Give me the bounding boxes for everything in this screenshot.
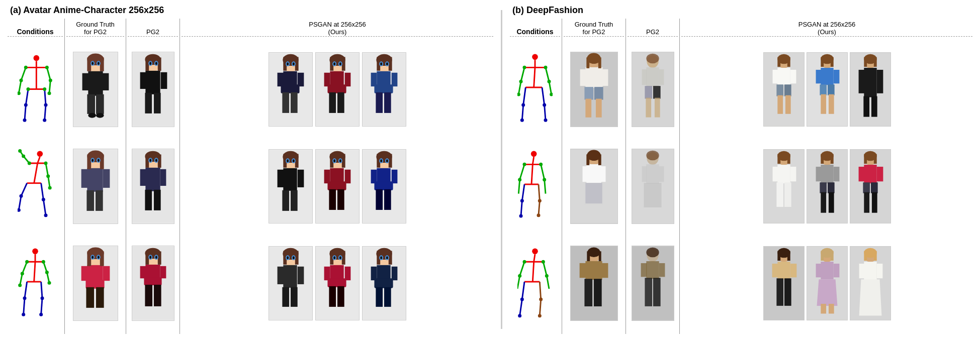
svg-point-43 xyxy=(48,186,52,190)
svg-rect-464 xyxy=(827,182,834,193)
svg-line-348 xyxy=(540,299,541,316)
svg-line-9 xyxy=(26,89,28,105)
svg-rect-488 xyxy=(784,279,791,306)
svg-point-331 xyxy=(543,178,546,182)
svg-line-321 xyxy=(541,165,545,180)
svg-point-231 xyxy=(333,159,335,162)
svg-rect-82 xyxy=(100,57,104,71)
svg-rect-462 xyxy=(833,167,839,181)
svg-line-325 xyxy=(521,201,522,216)
svg-point-62 xyxy=(42,260,45,264)
svg-rect-108 xyxy=(96,287,104,308)
svg-line-322 xyxy=(545,180,546,194)
svg-point-247 xyxy=(386,159,388,162)
svg-rect-110 xyxy=(87,252,91,266)
psgan-anime-1-2 xyxy=(315,52,360,127)
svg-rect-269 xyxy=(337,286,344,307)
svg-rect-391 xyxy=(646,67,659,87)
svg-rect-199 xyxy=(389,57,392,70)
svg-rect-91 xyxy=(103,169,110,188)
pg2-fashion-3 xyxy=(632,246,674,321)
svg-point-336 xyxy=(532,248,538,254)
svg-line-26 xyxy=(38,157,40,164)
pose-1-b xyxy=(517,50,553,128)
svg-point-307 xyxy=(519,80,523,83)
svg-line-50 xyxy=(34,262,35,282)
svg-rect-107 xyxy=(86,287,94,308)
svg-rect-451 xyxy=(772,167,778,181)
pg2-fashion-1 xyxy=(632,52,674,127)
svg-rect-268 xyxy=(329,286,336,307)
svg-point-202 xyxy=(380,62,382,65)
svg-rect-146 xyxy=(145,265,160,279)
svg-point-86 xyxy=(97,62,99,65)
svg-rect-371 xyxy=(586,164,601,184)
svg-rect-207 xyxy=(278,170,284,187)
svg-rect-176 xyxy=(330,71,343,85)
svg-rect-122 xyxy=(153,92,160,113)
svg-rect-404 xyxy=(644,183,661,207)
svg-rect-375 xyxy=(585,183,602,203)
svg-point-350 xyxy=(542,260,545,264)
svg-rect-151 xyxy=(153,285,161,306)
psgan-anime-3-3 xyxy=(362,246,406,320)
pose-1-a xyxy=(18,50,53,128)
svg-rect-481 xyxy=(873,154,876,164)
pg2-header-a: PG2 xyxy=(146,28,159,36)
svg-rect-385 xyxy=(594,279,602,307)
svg-point-187 xyxy=(333,62,335,65)
svg-rect-443 xyxy=(863,96,869,117)
svg-rect-105 xyxy=(81,266,88,281)
svg-rect-416 xyxy=(777,68,790,85)
svg-rect-282 xyxy=(392,267,398,280)
svg-line-340 xyxy=(520,262,524,276)
svg-rect-235 xyxy=(377,168,390,183)
svg-rect-403 xyxy=(659,166,664,182)
svg-rect-362 xyxy=(584,87,593,99)
svg-line-303 xyxy=(542,87,545,105)
svg-point-158 xyxy=(155,256,157,259)
panel-a-title: (a) Avatar Anime-Character 256x256 xyxy=(8,5,493,16)
svg-point-41 xyxy=(46,175,50,178)
svg-point-309 xyxy=(517,93,520,96)
svg-point-405 xyxy=(646,151,659,161)
svg-rect-425 xyxy=(787,57,790,67)
svg-point-70 xyxy=(39,313,43,316)
svg-rect-222 xyxy=(324,170,330,183)
svg-rect-506 xyxy=(859,264,865,278)
gt-anime-3 xyxy=(73,246,118,321)
svg-rect-472 xyxy=(864,165,876,183)
svg-point-61 xyxy=(25,260,29,264)
svg-rect-92 xyxy=(86,190,94,211)
svg-rect-184 xyxy=(342,57,345,70)
svg-point-68 xyxy=(41,296,44,300)
svg-rect-501 xyxy=(821,251,824,261)
svg-rect-90 xyxy=(81,169,88,188)
svg-point-355 xyxy=(518,314,521,317)
svg-rect-165 xyxy=(282,92,289,113)
svg-rect-460 xyxy=(821,165,833,183)
svg-line-297 xyxy=(518,81,521,94)
gt-fashion-2 xyxy=(570,149,618,224)
svg-rect-96 xyxy=(100,154,104,169)
svg-point-66 xyxy=(48,281,51,285)
svg-point-48 xyxy=(32,248,38,254)
gt-header-a: Ground Truthfor PG2 xyxy=(76,21,115,36)
svg-point-305 xyxy=(523,66,526,69)
gt-anime-1 xyxy=(73,52,118,127)
svg-rect-436 xyxy=(821,57,824,67)
svg-rect-120 xyxy=(160,72,167,88)
pg2-fashion-2 xyxy=(632,149,674,224)
svg-line-36 xyxy=(41,183,44,200)
psgan-fashion-3-1 xyxy=(763,246,805,320)
svg-point-172 xyxy=(287,62,289,65)
svg-line-37 xyxy=(43,200,46,215)
pose-3-a xyxy=(18,245,53,322)
psgan-header-a: PSGAN at 256x256(Ours) xyxy=(309,21,366,36)
svg-rect-475 xyxy=(863,182,870,193)
svg-point-276 xyxy=(339,257,341,260)
svg-rect-121 xyxy=(145,92,152,113)
svg-rect-485 xyxy=(772,264,778,277)
svg-line-58 xyxy=(24,298,25,314)
svg-rect-148 xyxy=(140,266,146,278)
